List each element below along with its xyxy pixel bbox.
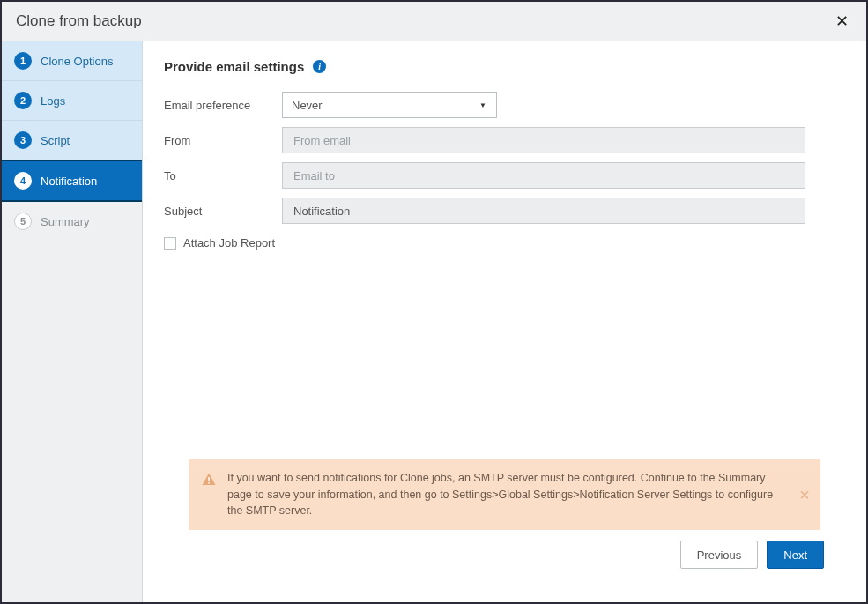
main-heading-row: Provide email settings i [164, 59, 845, 74]
alert-close-icon[interactable]: × [799, 486, 810, 503]
label-from: From [164, 134, 282, 147]
select-email-preference-wrap: Never ▼ [282, 92, 497, 118]
sidebar-item-script[interactable]: 3 Script [2, 121, 142, 160]
sidebar-item-label: Logs [41, 94, 65, 108]
row-to: To [164, 162, 845, 189]
close-icon[interactable]: ✕ [832, 13, 852, 29]
wizard-sidebar: 1 Clone Options 2 Logs 3 Script 4 Notifi… [2, 41, 143, 602]
sidebar-item-label: Script [41, 134, 70, 147]
spacer [164, 250, 845, 459]
sidebar-item-clone-options[interactable]: 1 Clone Options [2, 41, 142, 81]
dialog-header: Clone from backup ✕ [2, 2, 866, 41]
dialog-title: Clone from backup [16, 12, 142, 30]
smtp-warning-alert: If you want to send notifications for Cl… [189, 459, 820, 530]
label-subject: Subject [164, 205, 282, 218]
sidebar-item-label: Summary [41, 215, 90, 228]
subject-field[interactable] [282, 198, 805, 224]
dialog-body: 1 Clone Options 2 Logs 3 Script 4 Notifi… [2, 41, 866, 602]
main-heading: Provide email settings [164, 59, 304, 74]
to-field[interactable] [282, 162, 805, 189]
attach-report-checkbox[interactable] [164, 237, 176, 250]
row-subject: Subject [164, 198, 845, 224]
step-number: 1 [14, 52, 32, 70]
svg-rect-1 [208, 482, 210, 484]
sidebar-item-label: Clone Options [41, 55, 113, 68]
previous-button[interactable]: Previous [680, 541, 759, 569]
info-icon[interactable]: i [313, 60, 326, 73]
select-email-preference[interactable]: Never [282, 92, 497, 118]
dialog-footer: Previous Next [164, 541, 845, 585]
label-to: To [164, 169, 282, 183]
sidebar-item-label: Notification [41, 175, 97, 188]
label-email-preference: Email preference [164, 99, 282, 112]
step-number: 3 [14, 131, 32, 149]
warning-icon [201, 472, 217, 519]
sidebar-item-notification[interactable]: 4 Notification [2, 160, 142, 202]
step-number: 4 [14, 172, 32, 190]
step-number: 5 [14, 213, 32, 230]
alert-text: If you want to send notifications for Cl… [227, 470, 785, 519]
svg-rect-0 [208, 477, 210, 481]
main-panel: Provide email settings i Email preferenc… [143, 41, 866, 602]
row-attach-report: Attach Job Report [164, 236, 845, 250]
step-number: 2 [14, 92, 32, 109]
sidebar-item-logs[interactable]: 2 Logs [2, 81, 142, 121]
row-email-preference: Email preference Never ▼ [164, 92, 845, 118]
clone-dialog: Clone from backup ✕ 1 Clone Options 2 Lo… [0, 0, 868, 604]
sidebar-item-summary[interactable]: 5 Summary [2, 202, 142, 242]
label-attach-report: Attach Job Report [183, 236, 275, 250]
next-button[interactable]: Next [767, 541, 824, 569]
from-field[interactable] [282, 127, 805, 153]
row-from: From [164, 127, 845, 153]
